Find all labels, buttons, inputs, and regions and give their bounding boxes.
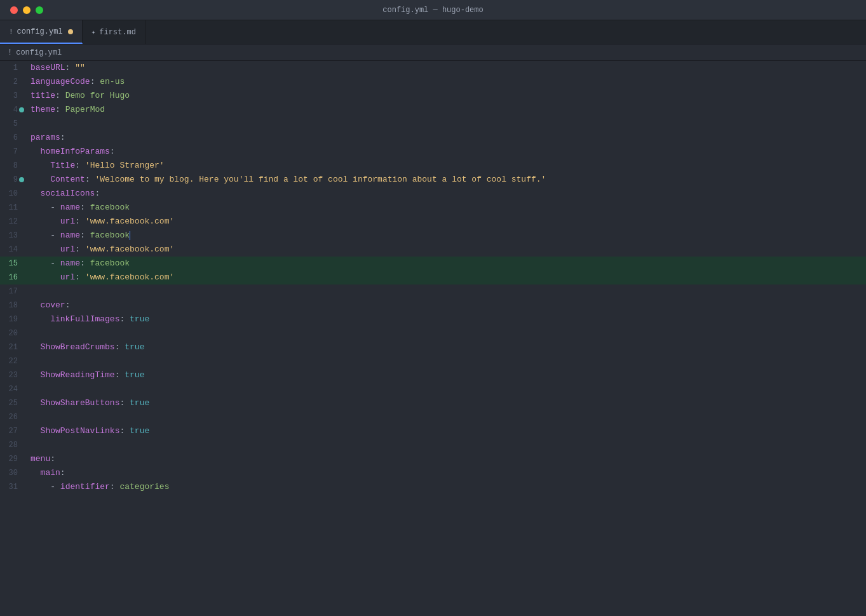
table-row: 27 ShowPostNavLinks: true xyxy=(0,424,866,438)
tab-icon-config: ! xyxy=(9,28,13,36)
line-number: 29 xyxy=(0,452,25,466)
line-content[interactable]: theme: PaperMod xyxy=(25,103,866,117)
line-content[interactable] xyxy=(25,117,866,131)
line-number: 5 xyxy=(0,117,25,131)
line-number: 24 xyxy=(0,382,25,396)
line-number: 9 xyxy=(0,173,25,187)
table-row: 31 - identifier: categories xyxy=(0,480,866,494)
table-row: 21 ShowBreadCrumbs: true xyxy=(0,340,866,354)
table-row: 22 xyxy=(0,354,866,368)
editor[interactable]: 1 baseURL: "" 2 languageCode: en-us 3 ti… xyxy=(0,61,866,616)
line-content[interactable] xyxy=(25,382,866,396)
table-row: 5 xyxy=(0,117,866,131)
line-content[interactable]: ShowReadingTime: true xyxy=(25,368,866,382)
line-number: 30 xyxy=(0,466,25,480)
line-content[interactable]: cover: xyxy=(25,298,866,312)
line-content[interactable]: baseURL: "" xyxy=(25,61,866,75)
line-number: 28 xyxy=(0,438,25,452)
line-number: 23 xyxy=(0,368,25,382)
line-number: 17 xyxy=(0,285,25,298)
editor-layout: 1 baseURL: "" 2 languageCode: en-us 3 ti… xyxy=(0,61,866,616)
line-content[interactable]: - name: facebook xyxy=(25,201,866,215)
line-number: 19 xyxy=(0,312,25,326)
title-bar: config.yml — hugo-demo xyxy=(0,0,866,20)
line-content[interactable]: url: 'www.facebook.com' xyxy=(25,271,866,285)
line-content[interactable]: - name: facebook xyxy=(25,257,866,271)
line-content[interactable]: params: xyxy=(25,131,866,145)
table-row: 16 url: 'www.facebook.com' xyxy=(0,271,866,285)
close-button[interactable] xyxy=(10,6,18,14)
line-content[interactable]: Title: 'Hello Stranger' xyxy=(25,159,866,173)
line-number: 15 xyxy=(0,257,25,271)
table-row: 13 - name: facebook xyxy=(0,229,866,243)
minimize-button[interactable] xyxy=(23,6,30,14)
line-content[interactable] xyxy=(25,438,866,452)
table-row: 4 theme: PaperMod xyxy=(0,103,866,117)
line-number: 25 xyxy=(0,396,25,410)
line-number: 10 xyxy=(0,187,25,201)
tab-firstmd[interactable]: ✦ first.md xyxy=(83,20,145,44)
table-row: 10 socialIcons: xyxy=(0,187,866,201)
table-row: 3 title: Demo for Hugo xyxy=(0,89,866,103)
line-number: 8 xyxy=(0,159,25,173)
tab-config[interactable]: ! config.yml xyxy=(0,20,83,44)
line-content[interactable]: linkFullImages: true xyxy=(25,312,866,326)
line-number: 12 xyxy=(0,215,25,229)
line-number: 27 xyxy=(0,424,25,438)
line-number: 26 xyxy=(0,410,25,424)
line-content[interactable]: languageCode: en-us xyxy=(25,75,866,89)
table-row: 15 - name: facebook xyxy=(0,257,866,271)
line-content[interactable]: ShowPostNavLinks: true xyxy=(25,424,866,438)
line-content[interactable] xyxy=(25,326,866,340)
table-row: 7 homeInfoParams: xyxy=(0,145,866,159)
breadcrumb-icon: ! xyxy=(8,48,12,57)
tab-bar: ! config.yml ✦ first.md xyxy=(0,20,866,44)
line-content[interactable]: - identifier: categories xyxy=(25,480,866,494)
line-number: 20 xyxy=(0,326,25,340)
line-number: 6 xyxy=(0,131,25,145)
table-row: 6 params: xyxy=(0,131,866,145)
line-content[interactable]: url: 'www.facebook.com' xyxy=(25,243,866,257)
line-content[interactable]: ShowShareButtons: true xyxy=(25,396,866,410)
line-content[interactable]: title: Demo for Hugo xyxy=(25,89,866,103)
maximize-button[interactable] xyxy=(36,6,43,14)
line-number: 2 xyxy=(0,75,25,89)
table-row: 2 languageCode: en-us xyxy=(0,75,866,89)
line-number: 18 xyxy=(0,298,25,312)
line-number: 14 xyxy=(0,243,25,257)
table-row: 11 - name: facebook xyxy=(0,201,866,215)
line-content[interactable]: main: xyxy=(25,466,866,480)
line-content[interactable]: ShowBreadCrumbs: true xyxy=(25,340,866,354)
line-content[interactable] xyxy=(25,354,866,368)
table-row: 19 linkFullImages: true xyxy=(0,312,866,326)
code-container: 1 baseURL: "" 2 languageCode: en-us 3 ti… xyxy=(0,61,866,494)
table-row: 8 Title: 'Hello Stranger' xyxy=(0,159,866,173)
line-number: 31 xyxy=(0,480,25,494)
table-row: 9 Content: 'Welcome to my blog. Here you… xyxy=(0,173,866,187)
line-number: 11 xyxy=(0,201,25,215)
line-number: 16 xyxy=(0,271,25,285)
line-content[interactable]: socialIcons: xyxy=(25,187,866,201)
table-row: 25 ShowShareButtons: true xyxy=(0,396,866,410)
line-number: 1 xyxy=(0,61,25,75)
line-number: 3 xyxy=(0,89,25,103)
breadcrumb-text: config.yml xyxy=(16,48,62,57)
window-title: config.yml — hugo-demo xyxy=(382,6,483,15)
table-row: 23 ShowReadingTime: true xyxy=(0,368,866,382)
table-row: 18 cover: xyxy=(0,298,866,312)
line-content[interactable]: Content: 'Welcome to my blog. Here you'l… xyxy=(25,173,866,187)
line-number: 21 xyxy=(0,340,25,354)
line-content[interactable]: - name: facebook xyxy=(25,229,866,243)
tab-label-config: config.yml xyxy=(17,27,63,36)
line-content[interactable]: homeInfoParams: xyxy=(25,145,866,159)
line-content[interactable] xyxy=(25,285,866,298)
table-row: 24 xyxy=(0,382,866,396)
line-number: 22 xyxy=(0,354,25,368)
line-content[interactable]: menu: xyxy=(25,452,866,466)
table-row: 26 xyxy=(0,410,866,424)
table-row: 20 xyxy=(0,326,866,340)
line-content[interactable]: url: 'www.facebook.com' xyxy=(25,215,866,229)
breadcrumb: ! config.yml xyxy=(0,44,866,61)
line-content[interactable] xyxy=(25,410,866,424)
window-controls[interactable] xyxy=(10,6,43,14)
